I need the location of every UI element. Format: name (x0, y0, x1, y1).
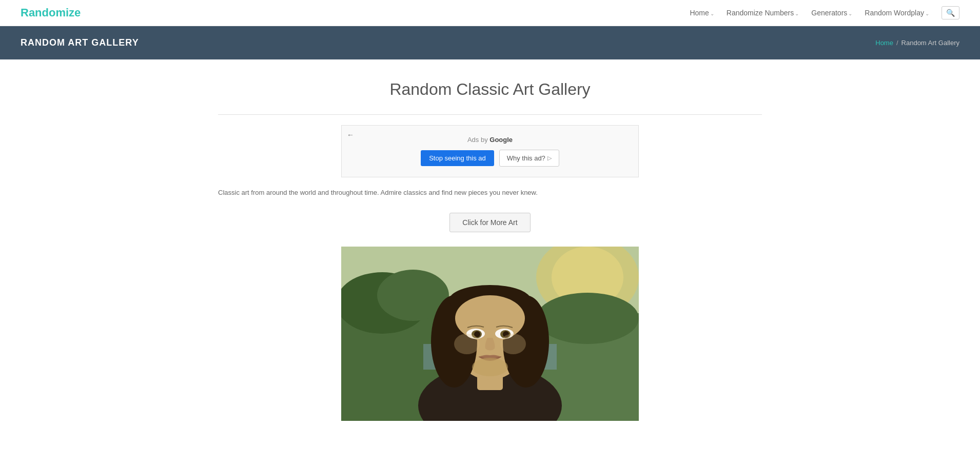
chevron-down-icon: ⌄ (795, 11, 799, 16)
page-title: RANDOM ART GALLERY (21, 37, 139, 48)
svg-point-25 (454, 334, 480, 354)
nav-links: Home⌄ Randomize Numbers⌄ Generators⌄ Ran… (690, 6, 959, 19)
chevron-down-icon: ⌄ (710, 11, 714, 16)
logo-random: Random (21, 6, 66, 19)
gallery-title: Random Classic Art Gallery (218, 80, 762, 99)
click-for-more-art-button[interactable]: Click for More Art (449, 213, 530, 232)
top-navigation: Randomize Home⌄ Randomize Numbers⌄ Gener… (0, 0, 980, 26)
back-arrow-icon[interactable]: ← (347, 131, 354, 139)
chevron-down-icon: ⌄ (925, 11, 929, 16)
search-button[interactable]: 🔍 (942, 6, 959, 19)
main-content: Random Classic Art Gallery ← Ads by Goog… (208, 59, 772, 441)
art-image-container (341, 247, 639, 421)
ads-by-google: Ads by Google (352, 136, 628, 144)
logo[interactable]: Randomize (21, 6, 81, 19)
divider (218, 114, 762, 115)
mona-lisa-image (341, 247, 639, 421)
breadcrumb-current: Random Art Gallery (901, 39, 959, 47)
breadcrumb-home-link[interactable]: Home (875, 39, 893, 47)
breadcrumb-bar: RANDOM ART GALLERY Home / Random Art Gal… (0, 26, 980, 59)
stop-seeing-button[interactable]: Stop seeing this ad (421, 150, 494, 166)
logo-ize: ize (66, 6, 81, 19)
svg-point-8 (536, 293, 639, 344)
svg-point-27 (472, 358, 508, 376)
breadcrumb: Home / Random Art Gallery (875, 39, 959, 47)
breadcrumb-separator: / (896, 39, 898, 47)
gallery-description: Classic art from around the world and th… (218, 188, 762, 198)
why-arrow-icon: ▷ (547, 155, 552, 161)
nav-random-wordplay[interactable]: Random Wordplay⌄ (865, 9, 929, 17)
nav-home[interactable]: Home⌄ (690, 9, 714, 17)
ad-actions: Stop seeing this ad Why this ad? ▷ (352, 150, 628, 167)
chevron-down-icon: ⌄ (848, 11, 852, 16)
nav-randomize-numbers[interactable]: Randomize Numbers⌄ (727, 9, 799, 17)
why-this-ad-button[interactable]: Why this ad? ▷ (499, 150, 559, 167)
svg-point-26 (500, 334, 526, 354)
nav-generators[interactable]: Generators⌄ (811, 9, 852, 17)
ad-container: ← Ads by Google Stop seeing this ad Why … (341, 125, 639, 177)
